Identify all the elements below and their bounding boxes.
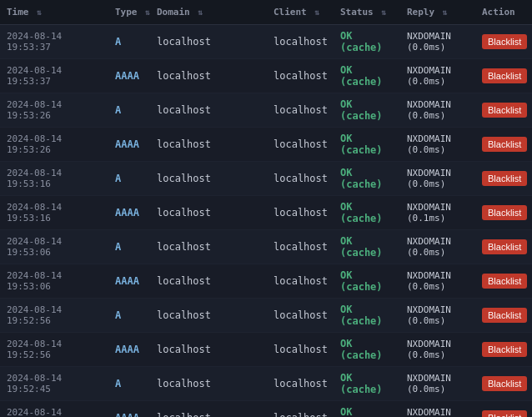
cell-action: Blacklist <box>475 25 532 59</box>
cell-time: 2024-08-14 19:53:37 <box>0 25 108 59</box>
table-row: 2024-08-14 19:53:26AAAAlocalhostlocalhos… <box>0 128 532 162</box>
blacklist-button[interactable]: Blacklist <box>482 410 527 417</box>
blacklist-button[interactable]: Blacklist <box>482 137 527 152</box>
blacklist-button[interactable]: Blacklist <box>482 342 527 357</box>
col-header-type[interactable]: Type ⇅ <box>108 0 150 25</box>
table-row: 2024-08-14 19:53:06AAAAlocalhostlocalhos… <box>0 264 532 299</box>
col-header-time-label: Time <box>7 7 29 18</box>
cell-client: localhost <box>267 333 334 367</box>
col-header-status[interactable]: Status ⇅ <box>334 0 400 25</box>
cell-reply: NXDOMAIN (0.0ms) <box>400 128 475 162</box>
cell-status: OK (cache) <box>334 401 400 418</box>
blacklist-button[interactable]: Blacklist <box>482 308 527 323</box>
cell-type: AAAA <box>108 59 150 93</box>
col-header-type-label: Type <box>115 7 138 18</box>
query-log-table-container: Time ⇅ Type ⇅ Domain ⇅ Client ⇅ Status <box>0 0 532 417</box>
cell-client: localhost <box>267 264 334 299</box>
cell-domain: localhost <box>150 59 267 93</box>
cell-type: A <box>108 162 150 196</box>
cell-time: 2024-08-14 19:53:37 <box>0 59 108 93</box>
blacklist-button[interactable]: Blacklist <box>482 205 527 220</box>
cell-time: 2024-08-14 19:53:16 <box>0 162 108 196</box>
cell-domain: localhost <box>150 230 267 264</box>
cell-action: Blacklist <box>475 230 532 264</box>
cell-reply: NXDOMAIN (0.0ms) <box>400 367 475 401</box>
cell-reply: NXDOMAIN (0.0ms) <box>400 25 475 59</box>
cell-client: localhost <box>267 25 334 59</box>
cell-time: 2024-08-14 19:53:06 <box>0 264 108 299</box>
cell-action: Blacklist <box>475 128 532 162</box>
col-header-reply[interactable]: Reply ⇅ <box>400 0 475 25</box>
cell-client: localhost <box>267 367 334 401</box>
cell-action: Blacklist <box>475 401 532 418</box>
cell-domain: localhost <box>150 264 267 299</box>
cell-status: OK (cache) <box>334 162 400 196</box>
cell-type: AAAA <box>108 128 150 162</box>
cell-time: 2024-08-14 19:52:45 <box>0 401 108 418</box>
cell-type: AAAA <box>108 401 150 418</box>
blacklist-button[interactable]: Blacklist <box>482 239 527 254</box>
table-header-row: Time ⇅ Type ⇅ Domain ⇅ Client ⇅ Status <box>0 0 532 25</box>
cell-domain: localhost <box>150 299 267 333</box>
col-header-client[interactable]: Client ⇅ <box>267 0 334 25</box>
sort-icon-status: ⇅ <box>381 8 386 17</box>
col-header-status-label: Status <box>340 7 374 18</box>
col-header-client-label: Client <box>274 7 307 18</box>
table-row: 2024-08-14 19:52:45AlocalhostlocalhostOK… <box>0 367 532 401</box>
blacklist-button[interactable]: Blacklist <box>482 274 527 289</box>
col-header-action: Action <box>475 0 532 25</box>
cell-domain: localhost <box>150 25 267 59</box>
cell-client: localhost <box>267 128 334 162</box>
table-row: 2024-08-14 19:52:45AAAAlocalhostlocalhos… <box>0 401 532 418</box>
cell-time: 2024-08-14 19:52:56 <box>0 299 108 333</box>
cell-domain: localhost <box>150 162 267 196</box>
cell-status: OK (cache) <box>334 264 400 299</box>
cell-time: 2024-08-14 19:53:06 <box>0 230 108 264</box>
table-row: 2024-08-14 19:53:26AlocalhostlocalhostOK… <box>0 93 532 128</box>
cell-time: 2024-08-14 19:52:45 <box>0 367 108 401</box>
cell-type: A <box>108 299 150 333</box>
cell-domain: localhost <box>150 93 267 128</box>
col-header-reply-label: Reply <box>407 7 434 18</box>
cell-type: AAAA <box>108 264 150 299</box>
cell-action: Blacklist <box>475 59 532 93</box>
col-header-domain[interactable]: Domain ⇅ <box>150 0 267 25</box>
cell-reply: NXDOMAIN (0.0ms) <box>400 299 475 333</box>
cell-domain: localhost <box>150 333 267 367</box>
cell-action: Blacklist <box>475 264 532 299</box>
blacklist-button[interactable]: Blacklist <box>482 103 527 118</box>
cell-client: localhost <box>267 59 334 93</box>
cell-reply: NXDOMAIN (0.0ms) <box>400 93 475 128</box>
table-row: 2024-08-14 19:52:56AAAAlocalhostlocalhos… <box>0 333 532 367</box>
cell-time: 2024-08-14 19:53:16 <box>0 196 108 230</box>
cell-status: OK (cache) <box>334 93 400 128</box>
cell-action: Blacklist <box>475 333 532 367</box>
table-row: 2024-08-14 19:53:16AlocalhostlocalhostOK… <box>0 162 532 196</box>
table-row: 2024-08-14 19:53:16AAAAlocalhostlocalhos… <box>0 196 532 230</box>
cell-type: A <box>108 93 150 128</box>
table-row: 2024-08-14 19:53:37AAAAlocalhostlocalhos… <box>0 59 532 93</box>
cell-domain: localhost <box>150 367 267 401</box>
cell-reply: NXDOMAIN (0.0ms) <box>400 230 475 264</box>
cell-domain: localhost <box>150 196 267 230</box>
cell-action: Blacklist <box>475 299 532 333</box>
col-header-time[interactable]: Time ⇅ <box>0 0 108 25</box>
sort-icon-time: ⇅ <box>37 8 42 17</box>
blacklist-button[interactable]: Blacklist <box>482 68 527 83</box>
query-log-table: Time ⇅ Type ⇅ Domain ⇅ Client ⇅ Status <box>0 0 532 417</box>
sort-icon-client: ⇅ <box>314 8 319 17</box>
cell-reply: NXDOMAIN (0.1ms) <box>400 196 475 230</box>
cell-status: OK (cache) <box>334 25 400 59</box>
cell-type: A <box>108 230 150 264</box>
cell-status: OK (cache) <box>334 59 400 93</box>
cell-type: AAAA <box>108 333 150 367</box>
sort-icon-domain: ⇅ <box>198 8 203 17</box>
blacklist-button[interactable]: Blacklist <box>482 34 527 49</box>
blacklist-button[interactable]: Blacklist <box>482 171 527 186</box>
cell-domain: localhost <box>150 128 267 162</box>
blacklist-button[interactable]: Blacklist <box>482 376 527 391</box>
cell-action: Blacklist <box>475 367 532 401</box>
cell-client: localhost <box>267 93 334 128</box>
cell-client: localhost <box>267 401 334 418</box>
cell-status: OK (cache) <box>334 230 400 264</box>
